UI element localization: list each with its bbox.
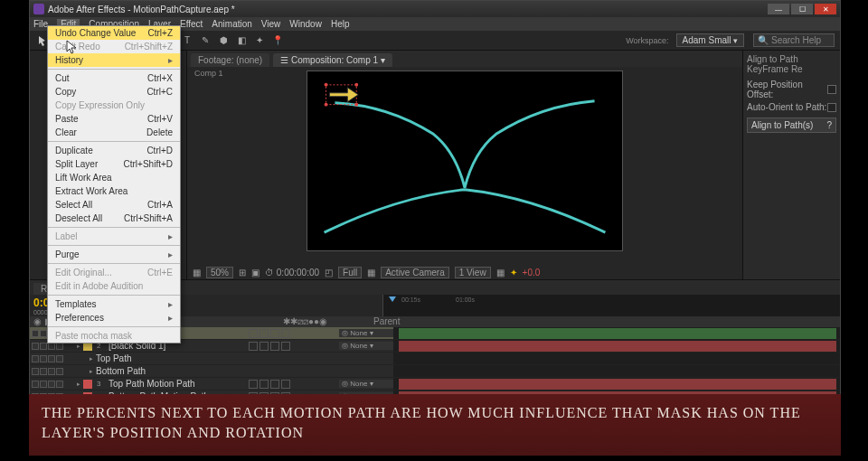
menu-item[interactable]: CutCtrl+X <box>48 71 180 85</box>
mask-icon[interactable]: ▣ <box>251 268 259 278</box>
grid-icon[interactable]: ⊞ <box>239 268 246 278</box>
zoom-dropdown[interactable]: 50% <box>206 267 233 278</box>
menu-item[interactable]: Extract Work Area <box>48 184 180 198</box>
panel-header: Align to Path KeyFrame Re <box>747 54 836 74</box>
workspace-label: Workspace: <box>626 36 668 45</box>
auto-orient-label: Auto-Orient to Path: <box>747 102 826 112</box>
menu-item: Label▸ <box>48 230 180 243</box>
eraser-tool-icon[interactable]: ◧ <box>234 33 249 48</box>
menu-file[interactable]: File <box>33 19 48 29</box>
auto-orient-checkbox[interactable] <box>827 103 836 112</box>
comp-menu-icon: ☰ <box>280 55 291 65</box>
menu-item[interactable]: ClearDelete <box>48 126 180 139</box>
menu-item[interactable]: Undo Change ValueCtrl+Z <box>48 26 180 40</box>
res-dropdown[interactable]: Full <box>338 267 362 278</box>
playhead[interactable] <box>389 295 396 316</box>
menu-item[interactable]: Templates▸ <box>48 297 180 311</box>
roto-tool-icon[interactable]: ✦ <box>252 33 267 48</box>
menu-item[interactable]: DuplicateCtrl+D <box>48 144 180 157</box>
menu-item[interactable]: Deselect AllCtrl+Shift+A <box>48 212 180 225</box>
viewer-bottom-bar: ▦ 50% ⊞ ▣ ⏱ 0:00:00:00 ◰ Full ▦ Active C… <box>187 265 742 279</box>
puppet-tool-icon[interactable]: 📍 <box>270 33 285 48</box>
tab-composition[interactable]: ☰ Composition: Comp 1 ▾ <box>273 53 392 67</box>
align-to-path-panel: Align to Path KeyFrame Re Keep Position … <box>742 51 840 279</box>
svg-point-5 <box>354 83 358 87</box>
stamp-tool-icon[interactable]: ⬢ <box>216 33 231 48</box>
titlebar: Adobe After Effects - MotionPathCapture.… <box>30 1 840 17</box>
timeline-layer-row[interactable]: ▸3Top Path Motion Path◎ None ▾ <box>30 378 840 390</box>
menu-item[interactable]: History▸ <box>48 53 180 67</box>
menu-view[interactable]: View <box>261 19 281 29</box>
comp-tabs: Footage: (none) ☰ Composition: Comp 1 ▾ <box>187 51 742 67</box>
menu-item[interactable]: Lift Work Area <box>48 171 180 184</box>
menu-item[interactable]: Purge▸ <box>48 248 180 261</box>
menu-item: Edit in Adobe Audition <box>48 279 180 293</box>
camera-dropdown[interactable]: Active Camera <box>381 267 449 278</box>
brush-tool-icon[interactable]: ✎ <box>198 33 212 48</box>
keep-position-label: Keep Position Offset: <box>747 80 827 99</box>
close-button[interactable]: ✕ <box>815 4 836 14</box>
timeline-layer-row[interactable]: ▸Bottom Path <box>30 365 840 378</box>
snapshot-icon[interactable]: ▦ <box>193 268 201 278</box>
app-icon <box>33 4 44 14</box>
menu-effect[interactable]: Effect <box>180 19 203 29</box>
menu-item: Paste mocha mask <box>48 329 180 343</box>
nview-dropdown[interactable]: 1 View <box>455 267 491 278</box>
search-icon: 🔍 <box>758 35 769 45</box>
comp-name-label: Comp 1 <box>194 69 223 78</box>
transparency-icon[interactable]: ▦ <box>367 268 375 278</box>
text-tool-icon[interactable]: T <box>180 33 194 48</box>
time-ruler[interactable]: 00:15s 01:00s <box>382 295 840 316</box>
menu-item[interactable]: Select AllCtrl+A <box>48 198 180 212</box>
svg-point-7 <box>354 103 358 107</box>
svg-point-4 <box>325 83 328 87</box>
menu-item: Can't RedoCtrl+Shift+Z <box>48 40 180 53</box>
timeline-layer-row[interactable]: ▸Top Path <box>30 353 840 365</box>
maximize-button[interactable]: ☐ <box>791 4 813 14</box>
comp-viewer[interactable] <box>307 71 623 251</box>
minimize-button[interactable]: — <box>768 4 789 14</box>
edit-menu-dropdown: Undo Change ValueCtrl+ZCan't RedoCtrl+Sh… <box>47 25 181 343</box>
workspace-dropdown[interactable]: Adam Small ▾ <box>676 33 744 47</box>
menu-item[interactable]: Preferences▸ <box>48 311 180 325</box>
align-to-path-button[interactable]: Align to Path(s)? <box>747 118 836 133</box>
menu-animation[interactable]: Animation <box>212 19 251 29</box>
menu-item: Copy Expression Only <box>48 99 180 112</box>
menu-help[interactable]: Help <box>331 19 350 29</box>
svg-point-6 <box>325 103 328 107</box>
menu-window[interactable]: Window <box>289 19 322 29</box>
search-help-input[interactable]: 🔍 Search Help <box>753 33 835 47</box>
composition-panel: Footage: (none) ☰ Composition: Comp 1 ▾ … <box>187 51 742 279</box>
tutorial-caption: The percents next to each motion path ar… <box>29 394 841 456</box>
help-icon[interactable]: ? <box>826 120 832 130</box>
keep-position-checkbox[interactable] <box>827 85 836 94</box>
region-icon[interactable]: ◰ <box>325 268 333 278</box>
menu-item[interactable]: Split LayerCtrl+Shift+D <box>48 157 180 171</box>
menu-item[interactable]: PasteCtrl+V <box>48 112 180 126</box>
pixel-icon[interactable]: ▦ <box>496 268 505 278</box>
tab-footage[interactable]: Footage: (none) <box>191 53 269 67</box>
window-title: Adobe After Effects - MotionPathCapture.… <box>48 5 235 14</box>
menu-item[interactable]: CopyCtrl+C <box>48 85 180 99</box>
menu-item: Edit Original...Ctrl+E <box>48 266 180 279</box>
